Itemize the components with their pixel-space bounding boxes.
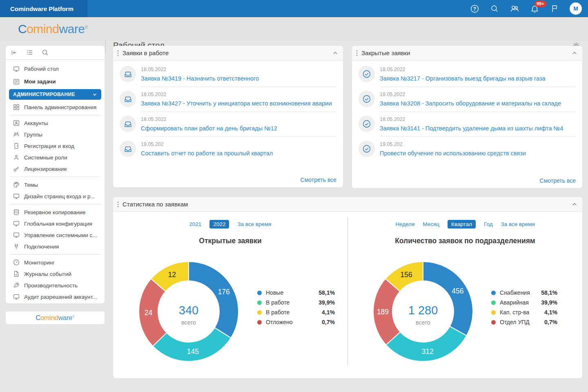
donut-chart-departments: 4563121891561 280всего (372, 260, 474, 363)
legend-dot (257, 320, 262, 325)
sidebar-item[interactable]: Глобальная конфигурация (6, 218, 105, 229)
legend-label: В работе (266, 299, 290, 306)
monitor-icon (13, 193, 20, 199)
collapse-sidebar-icon[interactable] (11, 49, 18, 56)
sidebar-item[interactable]: Регистрация и вход (6, 140, 105, 152)
legend-dot (491, 310, 496, 315)
legend-item: Аварийная 39,9% (491, 298, 557, 307)
sidebar-item[interactable]: Журналы событий (6, 268, 105, 280)
sidebar-item[interactable]: Подключения (6, 241, 105, 252)
request-list-item: 18.05.2022 Заявка №3141 - Подтвердить уд… (359, 112, 577, 137)
segment-value-label: 312 (422, 347, 434, 356)
request-link[interactable]: Сформировать план работ на день бригады … (141, 125, 277, 132)
monitor-icon (13, 293, 20, 300)
legend-item: Кап. стр-ва 4,1% (491, 307, 557, 317)
sidebar-item[interactable]: Мониторинг (6, 257, 105, 268)
request-list-item: 18.05.2022 Заявка №3217 - Организовать в… (359, 62, 577, 87)
filter-option[interactable]: 2022 (209, 220, 229, 228)
filter-option[interactable]: Квартал (448, 220, 476, 228)
sidebar-item[interactable]: Рабочий стол (6, 63, 105, 75)
sidebar-item[interactable]: Аккаунты (6, 117, 105, 129)
check-circle-icon (362, 144, 371, 153)
search-button[interactable] (490, 4, 499, 13)
card-closed-requests: Закрытые заявки 18.05.2022 Заявка №3217 … (352, 46, 582, 188)
segment-value-label: 12 (168, 271, 176, 279)
sidebar: Рабочий стол Мои задачи АДМИНИСТРИРОВАНИ… (6, 46, 105, 303)
list-view-icon[interactable] (26, 49, 33, 56)
drag-handle-icon[interactable] (117, 201, 119, 208)
request-list-item: 18.05.2022 Заявка №3208 - Запросить обор… (359, 87, 577, 112)
legend-item: В работе 4,1% (257, 307, 335, 317)
filter-option[interactable]: Неделя (395, 221, 414, 227)
legend-item: Новые 58,1% (257, 288, 335, 298)
request-link[interactable]: Заявка №3427 - Уточнить у инициатора мес… (141, 100, 332, 107)
user-avatar[interactable]: M (570, 2, 582, 15)
segment-value-label: 156 (401, 271, 412, 279)
request-date: 18.05.2022 (380, 116, 563, 122)
sidebar-item[interactable]: Резервное копирование (6, 206, 105, 218)
filter-option[interactable]: Год (484, 221, 493, 227)
donut-chart-open-requests: 1761452412340всего (138, 260, 240, 363)
card-title: Статистика по заявкам (122, 201, 188, 208)
search-icon[interactable] (42, 49, 49, 56)
chart-legend: Снабжения 58,1% Аварийная 39,9% Кап. стр… (491, 288, 557, 327)
door-icon (13, 143, 20, 149)
help-icon: ? (470, 4, 479, 13)
drag-handle-icon[interactable] (117, 50, 119, 56)
see-all-link[interactable]: Смотреть все (540, 177, 576, 184)
sidebar-item[interactable]: Лицензирование (6, 163, 105, 175)
see-all-link[interactable]: Смотреть все (301, 177, 336, 183)
drag-handle-icon[interactable] (356, 50, 358, 56)
comindware-logo[interactable]: Comindware® (18, 22, 88, 36)
collapse-card-button[interactable] (332, 50, 338, 56)
sidebar-item[interactable]: Панель администрирования (6, 101, 105, 113)
topbar: Comindware Platform ? 99+ M (0, 0, 588, 17)
product-name[interactable]: Comindware Platform (0, 0, 87, 17)
filter-option[interactable]: За все время (501, 221, 535, 227)
donut-total: 340 (179, 304, 198, 317)
request-link[interactable]: Заявка №3419 - Назначить ответственного (141, 75, 259, 82)
segment-value-label: 24 (145, 309, 153, 317)
people-button[interactable] (510, 4, 519, 13)
chevron-up-icon (332, 50, 338, 56)
sidebar-item[interactable]: Мои задачи (6, 75, 105, 88)
collapse-card-button[interactable] (572, 50, 577, 56)
card-header: Статистика по заявкам (113, 197, 582, 212)
request-link[interactable]: Заявка №3141 - Подтвердить удаление дыма… (380, 125, 563, 132)
divider (10, 177, 100, 177)
request-list-item: 18.05.2022 Заявка №3427 - Уточнить у ини… (120, 87, 337, 112)
sidebar-item[interactable]: Аудит разрешений аккаунт... (6, 291, 105, 302)
check-circle-icon (362, 69, 371, 78)
flag-button[interactable] (550, 4, 559, 13)
filter-option[interactable]: За все время (237, 221, 271, 227)
filter-option[interactable]: Месяц (423, 221, 439, 227)
users-icon (13, 131, 20, 138)
grid-icon (13, 104, 20, 110)
legend-label: Аварийная (500, 299, 529, 306)
card-title: Заявки в работе (122, 49, 169, 56)
sidebar-item[interactable]: Системные роли (6, 152, 105, 163)
collapse-card-button[interactable] (572, 202, 577, 207)
divider (10, 254, 100, 255)
inbox-icon (124, 145, 132, 153)
sidebar-footer-logo[interactable]: Comindware® (6, 311, 105, 324)
sidebar-item[interactable]: Дизайн страниц входа и р... (6, 190, 105, 202)
segment-value-label: 176 (218, 288, 230, 296)
request-link[interactable]: Провести обучение по использованию средс… (380, 150, 526, 157)
check-circle-icon (362, 119, 371, 128)
sidebar-item[interactable]: Группы (6, 129, 105, 140)
sidebar-item[interactable]: Управление системными с... (6, 229, 105, 241)
card-header: Заявки в работе (113, 46, 343, 60)
legend-label: Снабжения (500, 289, 530, 296)
legend-item: В работе 39,9% (257, 298, 335, 307)
notifications-button[interactable]: 99+ (530, 4, 539, 13)
filter-option[interactable]: 2021 (189, 221, 201, 227)
sidebar-item[interactable]: Производительность (6, 280, 105, 291)
request-link[interactable]: Заявка №3208 - Запросить оборудование и … (380, 100, 561, 107)
donut-segment (189, 262, 238, 338)
sidebar-item[interactable]: Темы (6, 179, 105, 190)
sidebar-section-administration[interactable]: АДМИНИСТРИРОВАНИЕ (9, 89, 101, 100)
help-button[interactable]: ? (470, 4, 479, 13)
request-link[interactable]: Заявка №3217 - Организовать выезд бригад… (380, 75, 546, 82)
request-link[interactable]: Составить отчет по работе за прошлый ква… (141, 150, 273, 157)
